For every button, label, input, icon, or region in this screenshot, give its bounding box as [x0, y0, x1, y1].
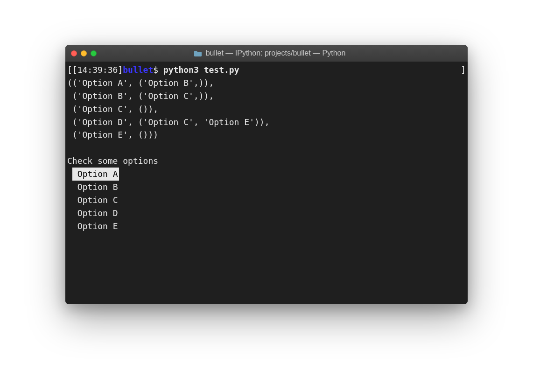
terminal-window: bullet — IPython: projects/bullet — Pyth…	[65, 45, 468, 304]
option-line[interactable]: Option A	[67, 168, 466, 181]
prompt-dirname: bullet	[123, 65, 153, 75]
option-line[interactable]: Option C	[67, 194, 466, 207]
output-line: (('Option A', ('Option B',)),	[67, 77, 466, 90]
prompt-command: python3 test.py	[163, 65, 239, 75]
option-line[interactable]: Option D	[67, 207, 466, 220]
option-item[interactable]: Option E	[72, 220, 119, 233]
option-item[interactable]: Option B	[72, 181, 119, 194]
checklist[interactable]: Option A Option B Option C Option D Opti…	[67, 168, 466, 232]
output-line: ('Option E', ()))	[67, 128, 466, 141]
output-line: ('Option B', ('Option C',)),	[67, 90, 466, 103]
prompt-line: [[14:39:36]bullet$ python3 test.py]	[67, 63, 466, 77]
option-line[interactable]: Option E	[67, 220, 466, 233]
checklist-heading: Check some options	[67, 154, 466, 168]
titlebar: bullet — IPython: projects/bullet — Pyth…	[65, 45, 468, 62]
output-line: ('Option C', ()),	[67, 103, 466, 116]
prompt-close-bracket: ]	[461, 63, 466, 77]
output-block: (('Option A', ('Option B',)), ('Option B…	[67, 77, 466, 141]
close-icon[interactable]	[71, 50, 77, 56]
option-item[interactable]: Option C	[72, 194, 119, 207]
prompt-open-bracket: [	[67, 65, 72, 75]
option-item[interactable]: Option D	[72, 207, 119, 220]
window-title: bullet — IPython: projects/bullet — Pyth…	[206, 49, 346, 57]
option-item[interactable]: Option A	[72, 168, 119, 181]
terminal-body[interactable]: [[14:39:36]bullet$ python3 test.py](('Op…	[65, 62, 468, 304]
prompt-dollar: $	[153, 65, 158, 75]
folder-icon	[194, 50, 202, 56]
option-line[interactable]: Option B	[67, 181, 466, 194]
prompt-timestamp: [14:39:36]	[72, 65, 123, 75]
output-line: ('Option D', ('Option C', 'Option E')),	[67, 116, 466, 129]
title-wrap: bullet — IPython: projects/bullet — Pyth…	[77, 49, 462, 57]
